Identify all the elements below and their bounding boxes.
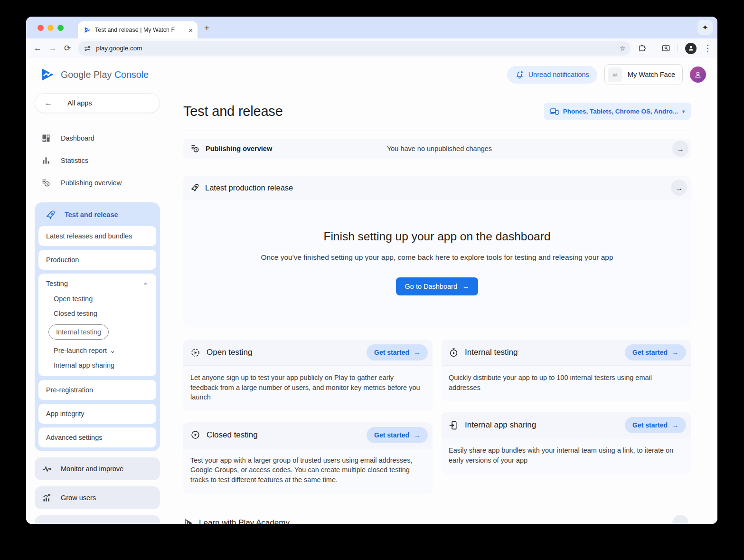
forward-button[interactable]: → [49, 44, 57, 52]
google-play-console-logo[interactable]: Google Play Console [40, 67, 149, 82]
sidebar-item-label: Advanced settings [46, 434, 103, 441]
address-bar[interactable]: play.google.com ☆ [78, 41, 631, 56]
card-description: Easily share app bundles with your inter… [442, 438, 691, 474]
device-filter-label: Phones, Tablets, Chrome OS, Andro... [563, 108, 678, 115]
tab-title: Test and release | My Watch F [95, 27, 185, 33]
sparkle-icon[interactable]: ✦ [697, 20, 713, 35]
bell-icon [515, 70, 524, 79]
bookmark-star-icon[interactable]: ☆ [620, 44, 626, 53]
sidebar: ← All apps Dashboard Statistics [26, 91, 165, 524]
arrow-right-button[interactable]: → [672, 515, 688, 524]
maximize-window-button[interactable] [57, 25, 64, 31]
publishing-overview-icon [190, 144, 200, 153]
sidebar-item-advanced-settings[interactable]: Advanced settings [38, 427, 156, 447]
sidebar-item-testing[interactable]: Testing [46, 280, 149, 287]
main-content: Test and release Phones, Tablets, Chrome… [165, 91, 717, 524]
browser-window: Test and release | My Watch F × + ✦ ← → … [26, 17, 717, 524]
sidebar-item-monitor-and-improve[interactable]: Monitor and improve [35, 457, 160, 480]
rocket-icon [190, 183, 199, 192]
back-button[interactable]: ← [34, 44, 42, 52]
card-title: Open testing [207, 348, 360, 357]
site-settings-icon[interactable] [84, 45, 91, 52]
internal-app-sharing-card: Internal app sharing Get started → Easil… [442, 412, 691, 474]
reload-button[interactable]: ⟳ [64, 44, 71, 52]
publishing-status-text: You have no unpublished changes [387, 145, 492, 152]
tab-close-icon[interactable]: × [188, 27, 193, 34]
play-academy-section: Learn with Play Academy → Set up an open… [183, 515, 691, 524]
sidebar-item-production[interactable]: Production [38, 250, 156, 270]
publishing-overview-row[interactable]: Publishing overview You have no unpublis… [183, 139, 691, 159]
devices-icon [550, 107, 559, 116]
extensions-icon[interactable] [638, 44, 647, 53]
play-console-favicon [84, 26, 91, 34]
publishing-overview-icon [41, 178, 51, 188]
sidebar-item-label: Testing [46, 280, 68, 287]
open-testing-icon [190, 348, 200, 358]
closed-testing-card: Closed testing Get started → Test your a… [183, 422, 433, 494]
sidebar-item-test-and-release[interactable]: Test and release [38, 203, 156, 226]
internal-testing-card: Internal testing Get started → Quickly d… [442, 340, 691, 401]
browser-toolbar: ← → ⟳ play.google.com ☆ ⋮ [26, 38, 717, 58]
get-started-button[interactable]: Get started → [367, 427, 428, 443]
window-controls [38, 25, 64, 31]
sidebar-item-internal-testing[interactable]: Internal testing [54, 324, 149, 340]
get-started-button[interactable]: Get started → [367, 344, 428, 361]
play-academy-icon [183, 518, 193, 524]
sidebar-item-internal-app-sharing[interactable]: Internal app sharing [54, 361, 149, 369]
sidebar-item-statistics[interactable]: Statistics [35, 151, 160, 170]
toolbar-divider [654, 44, 654, 52]
browser-profile-avatar[interactable] [685, 43, 697, 54]
browser-tab-bar: Test and release | My Watch F × + ✦ [26, 17, 717, 38]
sidebar-item-latest-releases[interactable]: Latest releases and bundles [38, 226, 156, 246]
get-started-button[interactable]: Get started → [625, 344, 686, 361]
rocket-icon [46, 210, 56, 220]
sidebar-item-prelaunch-report[interactable]: Pre-launch report⌄ [54, 347, 149, 354]
growth-chart-icon [42, 493, 52, 503]
sidebar-item-pre-registration[interactable]: Pre-registration [38, 380, 156, 400]
arrow-right-button[interactable]: → [671, 180, 687, 196]
tab-search-icon[interactable] [661, 44, 670, 53]
toolbar-divider [678, 44, 678, 52]
unread-notifications-label: Unread notifications [528, 71, 589, 78]
internal-testing-focus-pill[interactable]: Internal testing [48, 324, 109, 340]
sidebar-item-publishing-overview[interactable]: Publishing overview [35, 173, 160, 192]
sidebar-item-dashboard[interactable]: Dashboard [35, 129, 160, 148]
get-started-button[interactable]: Get started → [625, 417, 686, 433]
internal-testing-icon [449, 348, 459, 358]
card-description: Test your app with a larger group of tru… [183, 448, 433, 494]
sidebar-item-label: Statistics [61, 157, 88, 164]
sidebar-item-label: Production [46, 256, 79, 264]
arrow-right-icon: → [414, 349, 420, 356]
card-description: Quickly distribute your app to up to 100… [442, 366, 691, 401]
latest-release-label: Latest production release [205, 183, 665, 192]
device-filter-dropdown[interactable]: Phones, Tablets, Chrome OS, Andro... ▾ [544, 103, 691, 120]
arrow-right-icon: → [672, 349, 678, 356]
unread-notifications-button[interactable]: Unread notifications [507, 66, 597, 84]
close-window-button[interactable] [38, 25, 44, 31]
setup-headline: Finish setting up your app on the dashbo… [202, 230, 672, 243]
page-title: Test and release [183, 104, 283, 119]
latest-production-release-card: Latest production release → Finish setti… [183, 176, 691, 327]
publishing-overview-label: Publishing overview [206, 145, 272, 152]
bar-chart-icon [41, 156, 51, 165]
app-switcher[interactable]: My Watch Face [604, 64, 683, 85]
sidebar-item-grow-users[interactable]: Grow users [35, 486, 160, 509]
sidebar-item-open-testing[interactable]: Open testing [54, 295, 149, 303]
all-apps-label: All apps [67, 99, 92, 107]
browser-menu-icon[interactable]: ⋮ [704, 44, 712, 52]
sidebar-item-clipped[interactable] [35, 515, 160, 524]
open-testing-card: Open testing Get started → Let anyone si… [183, 340, 433, 411]
new-tab-button[interactable]: + [204, 23, 209, 32]
account-avatar[interactable] [690, 66, 706, 83]
minimize-window-button[interactable] [47, 25, 54, 31]
all-apps-button[interactable]: ← All apps [35, 93, 160, 113]
sidebar-item-closed-testing[interactable]: Closed testing [54, 310, 149, 317]
chevron-up-icon [142, 281, 149, 287]
go-to-dashboard-button[interactable]: Go to Dashboard → [396, 277, 479, 295]
url-text[interactable]: play.google.com [96, 45, 614, 52]
arrow-right-button[interactable]: → [672, 141, 688, 157]
arrow-right-icon: → [414, 431, 420, 439]
test-and-release-group: Test and release Latest releases and bun… [35, 202, 160, 451]
sidebar-item-app-integrity[interactable]: App integrity [38, 404, 156, 424]
browser-tab[interactable]: Test and release | My Watch F × [78, 21, 198, 38]
